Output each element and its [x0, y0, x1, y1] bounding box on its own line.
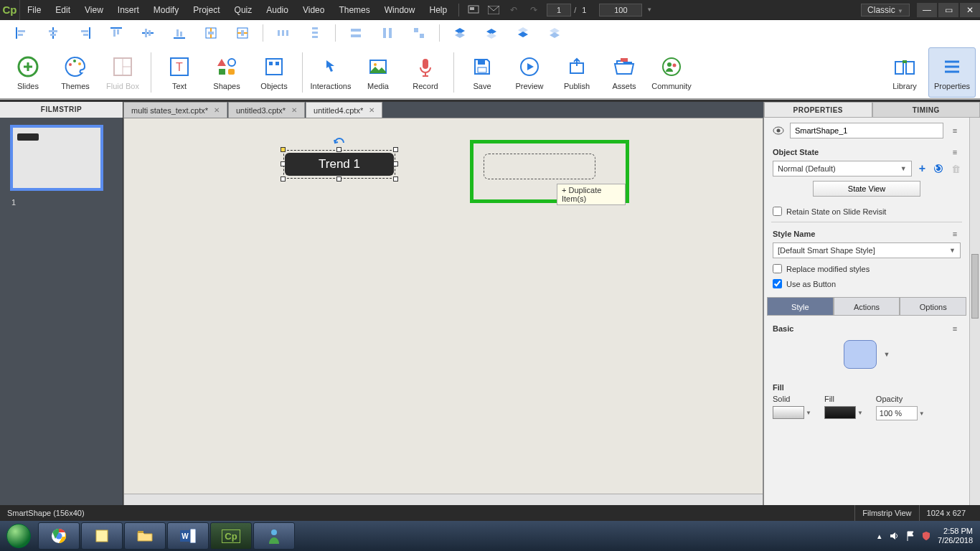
panel-menu-icon[interactable]: ≡ — [949, 126, 961, 135]
resize-handle-n[interactable] — [336, 147, 341, 152]
same-height-icon[interactable] — [372, 22, 403, 44]
interactions-button[interactable]: Interactions — [307, 47, 354, 98]
properties-scrollbar[interactable] — [969, 118, 980, 521]
close-icon[interactable]: ✕ — [369, 106, 374, 114]
media-button[interactable]: Media — [354, 47, 402, 98]
window-close-button[interactable]: ✕ — [960, 3, 980, 17]
preview-icon[interactable] — [466, 3, 481, 17]
state-view-button[interactable]: State View — [813, 181, 920, 197]
doc-tab-1[interactable]: untitled3.cptx*✕ — [228, 102, 305, 118]
scrollbar-thumb[interactable] — [971, 254, 979, 319]
start-button[interactable] — [0, 521, 37, 551]
properties-button[interactable]: Properties — [928, 47, 976, 98]
align-center-h-icon[interactable] — [37, 22, 69, 44]
mail-icon[interactable] — [486, 3, 501, 17]
tray-flag-icon[interactable] — [906, 531, 915, 541]
same-size-icon[interactable] — [403, 22, 435, 44]
distribute-v-icon[interactable] — [299, 22, 331, 44]
style-name-dropdown[interactable]: [Default Smart Shape Style]▼ — [773, 242, 961, 258]
menu-insert[interactable]: Insert — [110, 0, 146, 20]
use-as-button-checkbox[interactable] — [773, 279, 782, 288]
menu-window[interactable]: Window — [377, 0, 423, 20]
menu-edit[interactable]: Edit — [48, 0, 77, 20]
opacity-field[interactable]: 100 % — [876, 406, 918, 420]
close-icon[interactable]: ✕ — [291, 106, 297, 114]
slides-button[interactable]: Slides — [4, 47, 52, 98]
taskbar-app[interactable] — [253, 522, 295, 550]
menu-modify[interactable]: Modify — [146, 0, 186, 20]
align-bottom-icon[interactable] — [164, 22, 195, 44]
text-button[interactable]: TText — [156, 47, 203, 98]
retain-state-checkbox[interactable] — [773, 207, 782, 216]
style-tab[interactable]: Style — [767, 297, 834, 316]
center-v-slide-icon[interactable] — [227, 22, 258, 44]
send-back-icon[interactable] — [539, 22, 570, 44]
slide-thumbnail-1[interactable] — [10, 125, 103, 191]
state-dropdown[interactable]: Normal (Default)▼ — [773, 161, 912, 176]
tray-clock[interactable]: 2:58 PM7/26/2018 — [938, 527, 973, 545]
publish-button[interactable]: Publish — [553, 47, 600, 98]
menu-audio[interactable]: Audio — [259, 0, 296, 20]
actions-tab[interactable]: Actions — [834, 297, 900, 316]
bring-forward-icon[interactable] — [476, 22, 507, 44]
taskbar-explorer[interactable] — [124, 522, 166, 550]
taskbar-captivate[interactable]: Cp — [210, 522, 252, 550]
resize-handle-se[interactable] — [393, 176, 398, 182]
same-width-icon[interactable] — [340, 22, 372, 44]
drop-target[interactable]: + Duplicate Item(s) — [470, 140, 629, 203]
resize-handle-ne[interactable] — [393, 147, 398, 152]
record-button[interactable]: Record — [402, 47, 449, 98]
close-icon[interactable]: ✕ — [214, 106, 220, 114]
resize-handle-e[interactable] — [393, 161, 398, 166]
menu-file[interactable]: File — [20, 0, 48, 20]
objects-button[interactable]: Objects — [250, 47, 298, 98]
replace-styles-checkbox[interactable] — [773, 264, 782, 273]
canvas[interactable]: Trend 1 + Duplicate Item(s) — [123, 118, 763, 507]
workspace-switcher[interactable]: Classic ▼ — [861, 4, 910, 17]
save-button[interactable]: Save — [458, 47, 506, 98]
panel-menu-icon[interactable]: ≡ — [949, 230, 961, 238]
zoom-caret-icon[interactable]: ▼ — [642, 6, 652, 13]
horizontal-scrollbar-thumb[interactable] — [392, 496, 514, 504]
zoom-field[interactable]: 100 — [599, 4, 642, 17]
tray-volume-icon[interactable] — [889, 531, 899, 541]
undo-icon[interactable]: ↶ — [507, 3, 521, 17]
resize-handle-sw[interactable] — [281, 176, 286, 182]
object-name-input[interactable] — [790, 123, 943, 138]
rotate-handle-icon[interactable] — [333, 137, 346, 147]
library-button[interactable]: Library — [881, 47, 928, 98]
resize-handle-nw[interactable] — [281, 147, 286, 152]
doc-tab-2[interactable]: untitled4.cptx*✕ — [306, 102, 382, 118]
menu-view[interactable]: View — [77, 0, 110, 20]
solid-swatch[interactable] — [773, 406, 804, 419]
community-button[interactable]: Community — [648, 47, 695, 98]
shapes-button[interactable]: Shapes — [203, 47, 250, 98]
reset-state-icon[interactable] — [933, 163, 944, 174]
basic-shape-swatch[interactable] — [844, 340, 877, 369]
taskbar-notes[interactable] — [81, 522, 123, 550]
fill-swatch[interactable] — [824, 406, 856, 419]
page-current-field[interactable]: 1 — [547, 4, 571, 17]
properties-tab[interactable]: PROPERTIES — [764, 102, 872, 118]
taskbar-word[interactable]: W — [167, 522, 209, 550]
taskbar-chrome[interactable] — [38, 522, 80, 550]
options-tab[interactable]: Options — [900, 297, 966, 316]
align-left-icon[interactable] — [6, 22, 37, 44]
window-minimize-button[interactable]: — — [917, 3, 937, 17]
add-state-icon[interactable]: + — [919, 162, 925, 175]
menu-video[interactable]: Video — [296, 0, 331, 20]
resize-handle-w[interactable] — [281, 161, 286, 166]
center-h-slide-icon[interactable] — [195, 22, 227, 44]
distribute-h-icon[interactable] — [268, 22, 299, 44]
doc-tab-0[interactable]: multi states_text.cptx*✕ — [123, 102, 227, 118]
panel-menu-icon[interactable]: ≡ — [949, 148, 961, 156]
tray-chevron-icon[interactable]: ▴ — [877, 532, 882, 541]
menu-help[interactable]: Help — [422, 0, 454, 20]
panel-menu-icon[interactable]: ≡ — [949, 324, 961, 333]
align-right-icon[interactable] — [69, 22, 100, 44]
window-maximize-button[interactable]: ▭ — [938, 3, 958, 17]
send-backward-icon[interactable] — [507, 22, 539, 44]
menu-quiz[interactable]: Quiz — [227, 0, 260, 20]
basic-caret-icon[interactable]: ▼ — [884, 351, 890, 358]
tray-shield-icon[interactable] — [922, 531, 930, 541]
